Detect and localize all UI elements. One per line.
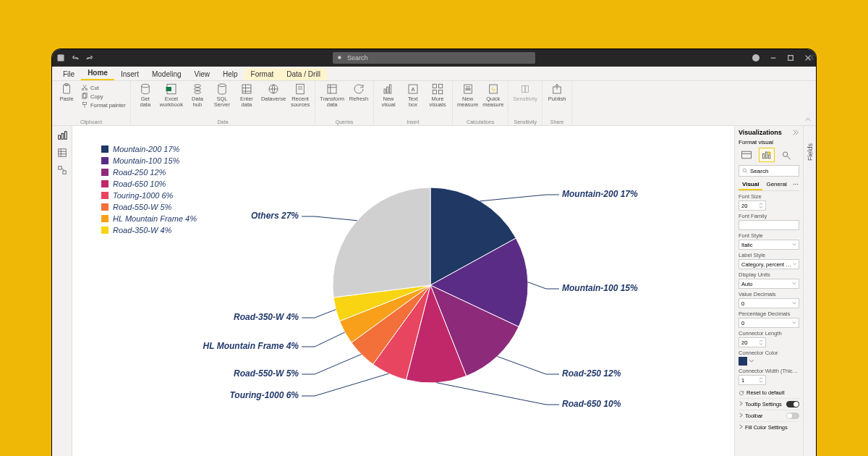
text-box-button[interactable]: AText box xyxy=(403,83,423,107)
reset-to-default[interactable]: Reset to default xyxy=(739,387,799,398)
color-dropdown-icon[interactable] xyxy=(749,358,754,364)
svg-rect-56 xyxy=(58,149,66,157)
svg-rect-55 xyxy=(64,132,67,140)
more-visuals-button[interactable]: More visuals xyxy=(427,83,448,107)
menu-help[interactable]: Help xyxy=(216,68,244,80)
copy-button[interactable]: Copy xyxy=(81,93,126,100)
display-units-select[interactable]: Auto xyxy=(739,279,799,289)
svg-rect-38 xyxy=(389,85,391,93)
svg-rect-47 xyxy=(466,88,467,90)
cut-button[interactable]: Cut xyxy=(81,84,126,91)
new-measure-button[interactable]: New measure xyxy=(457,83,478,107)
enter-data-button[interactable]: Enter data xyxy=(237,83,257,107)
tooltip-toggle[interactable] xyxy=(786,401,799,408)
svg-rect-63 xyxy=(742,151,752,159)
refresh-button[interactable]: Refresh xyxy=(349,83,369,102)
menu-insert[interactable]: Insert xyxy=(114,68,145,80)
menu-format[interactable]: Format xyxy=(244,68,281,80)
left-rail xyxy=(52,126,72,456)
toolbar-toggle[interactable] xyxy=(786,413,799,419)
menu-home[interactable]: Home xyxy=(81,67,114,80)
expand-fields-icon[interactable] xyxy=(807,54,814,61)
svg-line-71 xyxy=(746,172,747,173)
callout-label: Touring-1000 6% xyxy=(229,390,299,400)
svg-rect-50 xyxy=(522,86,526,93)
svg-rect-53 xyxy=(58,135,60,139)
paste-button[interactable]: Paste xyxy=(56,83,77,102)
dataverse-button[interactable]: Dataverse xyxy=(261,83,286,102)
svg-rect-43 xyxy=(433,90,436,94)
account-avatar[interactable] xyxy=(752,54,760,62)
maximize-button[interactable] xyxy=(787,54,794,62)
build-visual-tab[interactable] xyxy=(739,148,754,162)
analytics-tab[interactable] xyxy=(779,148,795,162)
svg-point-24 xyxy=(218,84,226,87)
get-data-button[interactable]: Get data xyxy=(135,83,156,107)
ribbon-group-insert: New visual AText box More visuals Insert xyxy=(374,81,453,125)
label-style-select[interactable]: Category, percent of tot xyxy=(739,259,799,269)
tab-general[interactable]: General xyxy=(762,180,790,190)
pct-decimals-select[interactable]: 0 xyxy=(739,318,799,328)
callout-label: HL Mountain Frame 4% xyxy=(203,341,299,351)
data-hub-button[interactable]: Data hub xyxy=(187,83,208,107)
toolbar-row[interactable]: Toolbar xyxy=(739,410,799,421)
svg-line-3 xyxy=(341,59,343,61)
menu-modeling[interactable]: Modeling xyxy=(145,68,188,80)
callout-label: Road-650 10% xyxy=(562,399,621,409)
callout-label: Road-250 12% xyxy=(562,368,621,379)
quick-measure-button[interactable]: Quick measure xyxy=(482,83,503,107)
titlebar-search[interactable]: Search xyxy=(333,52,535,64)
connector-width-input[interactable]: 1 xyxy=(739,375,766,385)
model-view-icon[interactable] xyxy=(57,165,67,175)
ribbon-group-clipboard: Paste Cut Copy Format painter Clipboard xyxy=(52,81,131,125)
format-visual-tab[interactable] xyxy=(759,148,775,162)
font-family-input[interactable] xyxy=(739,220,799,230)
undo-icon[interactable] xyxy=(71,54,80,62)
svg-rect-37 xyxy=(387,87,388,93)
connector-length-input[interactable]: 20 xyxy=(739,337,766,347)
svg-line-62 xyxy=(61,168,64,171)
fill-color-row[interactable]: Fill Color Settings xyxy=(739,421,799,433)
svg-rect-20 xyxy=(166,87,171,91)
tab-more[interactable]: ⋯ xyxy=(791,180,801,190)
svg-rect-61 xyxy=(62,171,65,174)
transform-data-button[interactable]: Transform data xyxy=(320,83,344,107)
collapse-ribbon-icon[interactable] xyxy=(804,116,812,123)
report-view-icon[interactable] xyxy=(57,130,67,140)
format-painter-button[interactable]: Format painter xyxy=(81,101,126,109)
data-view-icon[interactable] xyxy=(57,148,67,158)
svg-point-70 xyxy=(743,169,746,172)
svg-rect-41 xyxy=(433,84,436,88)
viz-panel-title: Visualizations xyxy=(739,129,782,136)
connector-color-swatch[interactable] xyxy=(739,357,747,366)
new-visual-button[interactable]: New visual xyxy=(378,83,399,107)
value-decimals-select[interactable]: 0 xyxy=(739,298,799,308)
report-canvas[interactable]: Mountain-200 17%Mountain-100 15%Road-250… xyxy=(72,126,734,456)
svg-rect-60 xyxy=(58,166,61,169)
minimize-button[interactable] xyxy=(770,54,777,62)
excel-button[interactable]: Excel workbook xyxy=(160,83,183,107)
sql-server-button[interactable]: SQL Server xyxy=(212,83,232,107)
ribbon: Paste Cut Copy Format painter Clipboard … xyxy=(52,81,816,126)
app-window: Search File Home Insert Modeling View He… xyxy=(52,49,816,456)
svg-rect-25 xyxy=(242,85,251,93)
recent-sources-button[interactable]: Recent sources xyxy=(290,83,310,107)
menu-view[interactable]: View xyxy=(188,68,217,80)
svg-rect-36 xyxy=(384,89,386,93)
svg-rect-33 xyxy=(328,85,336,93)
svg-point-21 xyxy=(194,85,200,88)
expand-panel-icon[interactable] xyxy=(792,129,799,136)
publish-button[interactable]: Publish xyxy=(547,83,567,102)
tab-visual[interactable]: Visual xyxy=(739,180,762,190)
menu-file[interactable]: File xyxy=(56,68,81,80)
tooltip-settings-row[interactable]: Tooltip Settings xyxy=(739,398,799,410)
sensitivity-button[interactable]: Sensitivity xyxy=(513,83,537,102)
svg-point-2 xyxy=(338,56,341,59)
font-size-input[interactable]: 20 xyxy=(739,200,766,211)
font-style-select[interactable]: Italic xyxy=(739,240,799,250)
menu-datadrill[interactable]: Data / Drill xyxy=(280,68,327,80)
viz-search[interactable]: Search xyxy=(739,165,799,177)
redo-icon[interactable] xyxy=(85,54,94,62)
fields-panel-collapsed[interactable]: Fields xyxy=(803,126,816,456)
save-icon[interactable] xyxy=(56,54,65,62)
